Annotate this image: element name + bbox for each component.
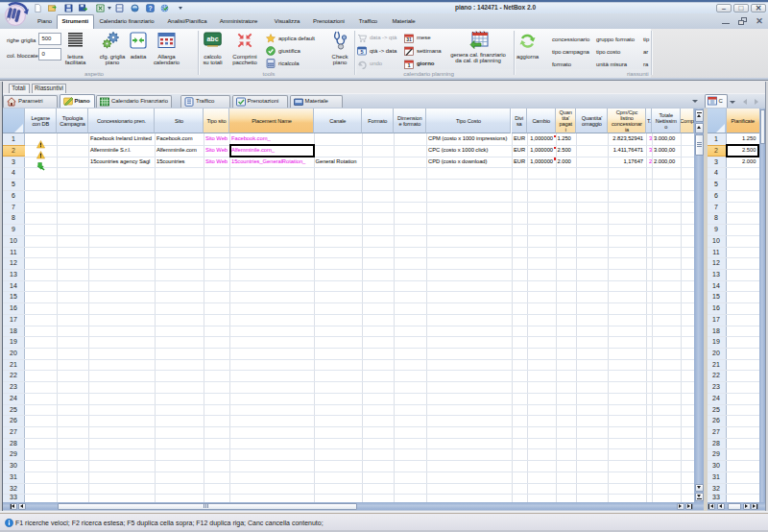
svg-text:?: ? bbox=[148, 4, 152, 11]
svg-text:31: 31 bbox=[406, 36, 412, 42]
svg-text:5: 5 bbox=[360, 49, 363, 55]
svg-text:1: 1 bbox=[407, 62, 410, 68]
svg-text:abc: abc bbox=[206, 36, 218, 42]
